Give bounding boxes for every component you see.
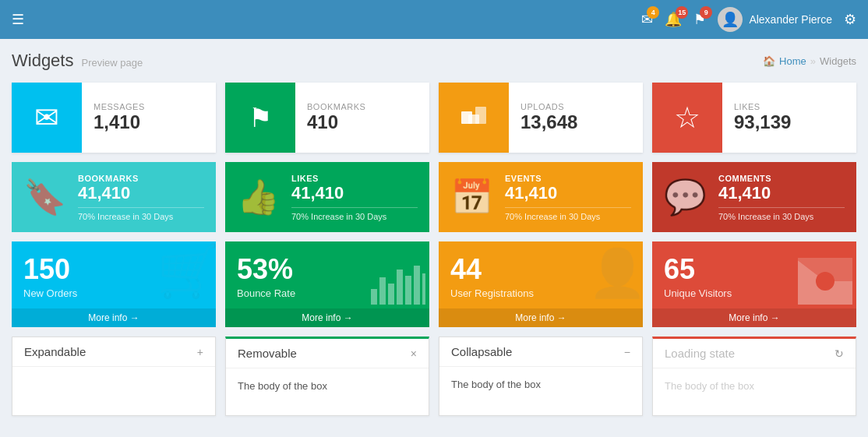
breadcrumb-home[interactable]: Home: [779, 55, 806, 67]
uploads-stat-icon: [439, 83, 509, 153]
likes-label: LIKES: [734, 102, 791, 111]
visitors-footer[interactable]: More info →: [652, 308, 856, 327]
messages-stat-icon: ✉: [12, 83, 82, 153]
reg-footer[interactable]: More info →: [439, 308, 643, 327]
info-box-visitors: 65 Unique Visitors More info →: [652, 241, 856, 327]
colored-stat-events: 📅 EVENTS 41,410 70% Increase in 30 Days: [439, 162, 643, 232]
messages-label: MESSAGES: [94, 102, 145, 111]
loading-spinner-icon: ↻: [834, 347, 844, 360]
svg-rect-7: [405, 276, 411, 305]
navbar-left: ☰: [12, 11, 24, 28]
widget-removable: Removable × The body of the box: [225, 337, 429, 416]
messages-stat-content: MESSAGES 1,410: [82, 83, 157, 153]
reg-text: 44 User Registrations: [450, 253, 534, 299]
widget-expandable-body: [12, 367, 215, 414]
bookmarks-stat-icon: ⚑: [225, 83, 295, 153]
flags-nav-icon-wrap[interactable]: ⚑ 9: [693, 11, 706, 28]
orders-footer[interactable]: More info →: [12, 308, 216, 327]
stat-box-likes: ☆ LIKES 93,139: [652, 83, 856, 153]
colored-bookmarks-content: BOOKMARKS 41,410 70% Increase in 30 Days: [78, 174, 204, 221]
collapse-button[interactable]: −: [624, 346, 630, 358]
content-wrapper: Widgets Preview page 🏠 Home » Widgets ✉ …: [0, 39, 868, 428]
colored-stat-bookmarks: 🔖 BOOKMARKS 41,410 70% Increase in 30 Da…: [12, 162, 216, 232]
colored-bookmarks-value: 41,410: [78, 183, 204, 203]
colored-likes-content: LIKES 41,410 70% Increase in 30 Days: [291, 174, 418, 221]
svg-point-12: [816, 272, 834, 291]
colored-comments-icon: 💬: [664, 177, 707, 217]
colored-events-value: 41,410: [505, 183, 631, 203]
widget-expandable: Expandable +: [12, 337, 216, 416]
bounce-footer[interactable]: More info →: [225, 308, 429, 327]
widget-boxes-row: Expandable + Removable × The body of the…: [12, 337, 856, 416]
breadcrumb: 🏠 Home » Widgets: [763, 55, 856, 67]
bounce-number: 53%: [237, 253, 295, 286]
orders-more-info: More info →: [88, 312, 139, 323]
widget-loading: Loading state ↻ The body of the box: [652, 337, 856, 416]
notifications-nav-icon-wrap[interactable]: 🔔 15: [665, 11, 682, 28]
widget-expandable-header: Expandable +: [12, 337, 215, 367]
colored-bookmarks-label: BOOKMARKS: [78, 174, 204, 183]
bounce-text: 53% Bounce Rate: [237, 253, 295, 299]
visitors-text: 65 Unique Visitors: [664, 253, 732, 299]
page-subtitle: Preview page: [81, 57, 143, 69]
widget-loading-body: The body of the box: [653, 368, 856, 415]
bounce-subtitle: Bounce Rate: [237, 287, 295, 299]
widget-collapsable-header: Collapsable −: [439, 337, 642, 367]
widget-removable-title: Removable: [238, 347, 297, 360]
breadcrumb-current: Widgets: [820, 55, 856, 67]
colored-likes-value: 41,410: [291, 183, 418, 203]
colored-stat-comments: 💬 COMMENTS 41,410 70% Increase in 30 Day…: [652, 162, 856, 232]
widget-collapsable: Collapsable − The body of the box: [439, 337, 643, 416]
orders-number: 150: [23, 253, 77, 286]
colored-comments-sub: 70% Increase in 30 Days: [718, 212, 845, 221]
widget-loading-header: Loading state ↻: [653, 339, 856, 368]
reg-subtitle: User Registrations: [450, 287, 534, 299]
reg-number: 44: [450, 253, 534, 286]
hamburger-menu[interactable]: ☰: [12, 11, 24, 28]
breadcrumb-separator: »: [810, 55, 816, 67]
info-box-orders: 150 New Orders 🛒 More info →: [12, 241, 216, 327]
info-box-visitors-top: 65 Unique Visitors: [652, 241, 856, 308]
remove-button[interactable]: ×: [411, 347, 417, 360]
cart-icon: 🛒: [157, 241, 216, 301]
visitors-more-info: More info →: [729, 312, 779, 323]
colored-events-sub: 70% Increase in 30 Days: [505, 212, 631, 221]
stat-box-messages: ✉ MESSAGES 1,410: [12, 83, 216, 153]
page-header: Widgets Preview page 🏠 Home » Widgets: [12, 51, 856, 71]
user-plus-icon: 👤: [588, 245, 643, 301]
bookmarks-value: 410: [307, 111, 365, 133]
widget-removable-body: The body of the box: [226, 368, 429, 415]
svg-rect-3: [371, 289, 377, 305]
svg-rect-9: [422, 273, 425, 305]
expand-button[interactable]: +: [197, 346, 203, 358]
avatar: 👤: [718, 7, 743, 32]
colored-comments-label: COMMENTS: [718, 174, 845, 183]
user-menu[interactable]: 👤 Alexander Pierce: [718, 7, 832, 32]
bounce-more-info: More info →: [302, 312, 352, 323]
stat-box-bookmarks: ⚑ BOOKMARKS 410: [225, 83, 429, 153]
page-title: Widgets: [12, 51, 73, 71]
settings-icon[interactable]: ⚙: [844, 11, 856, 28]
svg-rect-4: [379, 277, 386, 305]
colored-bookmarks-icon: 🔖: [23, 177, 66, 217]
widget-expandable-title: Expandable: [24, 345, 86, 358]
visitors-subtitle: Unique Visitors: [664, 287, 732, 299]
widget-collapsable-body: The body of the box: [439, 367, 642, 414]
orders-subtitle: New Orders: [23, 287, 77, 299]
svg-rect-2: [468, 115, 479, 124]
bookmarks-label: BOOKMARKS: [307, 102, 365, 111]
bar-chart: [371, 262, 425, 305]
page-title-area: Widgets Preview page: [12, 51, 143, 71]
info-box-reg-top: 44 User Registrations 👤: [439, 241, 643, 308]
navbar: ☰ ✉ 4 🔔 15 ⚑ 9 👤 Alexander Pierce ⚙: [0, 0, 868, 39]
messages-nav-icon-wrap[interactable]: ✉ 4: [641, 11, 653, 28]
visitors-number: 65: [664, 253, 732, 286]
home-icon: 🏠: [763, 55, 775, 67]
stat-box-uploads: UPLOADS 13,648: [439, 83, 643, 153]
likes-stat-icon: ☆: [652, 83, 722, 153]
colored-comments-value: 41,410: [718, 183, 845, 203]
notifications-badge: 15: [676, 6, 688, 19]
info-box-bounce-top: 53% Bounce Rate: [225, 241, 429, 308]
info-boxes-row: 150 New Orders 🛒 More info → 53% Bounce …: [12, 241, 856, 327]
uploads-value: 13,648: [520, 111, 577, 133]
